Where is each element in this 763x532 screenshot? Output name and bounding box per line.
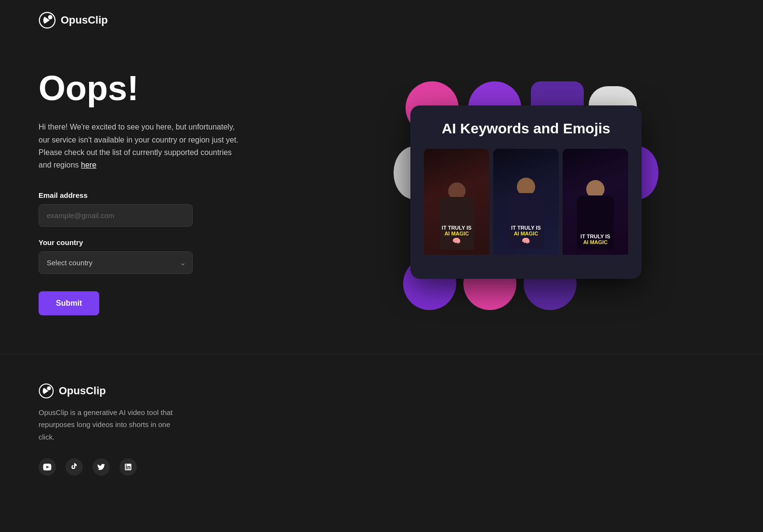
footer: OpusClip OpusClip is a generative AI vid… (0, 354, 763, 495)
feature-card-title: AI Keywords and Emojis (424, 120, 628, 137)
svg-point-3 (47, 386, 51, 390)
footer-logo-icon (39, 383, 54, 399)
email-form-group: Email address (39, 191, 289, 227)
email-label: Email address (39, 191, 289, 199)
brain-emoji-2: 🧠 (522, 237, 530, 245)
logo: OpusClip (39, 12, 108, 29)
page-title: Oops! (39, 69, 289, 107)
feature-card: AI Keywords and Emojis IT TRULY IS AI MA… (410, 105, 642, 279)
caption-2: IT TRULY IS AI MAGIC 🧠 (497, 225, 555, 245)
tiktok-link[interactable] (66, 458, 83, 476)
thumb-bg-2: IT TRULY IS AI MAGIC 🧠 (493, 149, 559, 255)
video-thumb-3: IT TRULY IS AI MAGIC (563, 149, 628, 265)
description-text: Hi there! We're excited to see you here,… (39, 121, 246, 172)
header: OpusClip (0, 0, 763, 40)
country-select-wrapper: Select country United States United King… (39, 251, 193, 274)
logo-text: OpusClip (61, 14, 108, 26)
email-input[interactable] (39, 204, 193, 227)
country-select[interactable]: Select country United States United King… (39, 251, 193, 274)
footer-logo-text: OpusClip (59, 385, 106, 397)
twitter-link[interactable] (92, 458, 110, 476)
here-link[interactable]: here (81, 161, 96, 169)
thumb-bg-1: IT TRULY IS AI MAGIC 🧠 (424, 149, 489, 255)
linkedin-icon (124, 463, 132, 471)
footer-description: OpusClip is a generative AI video tool t… (39, 406, 178, 443)
submit-button[interactable]: Submit (39, 291, 99, 315)
linkedin-link[interactable] (119, 458, 137, 476)
caption-1: IT TRULY IS AI MAGIC 🧠 (427, 225, 486, 245)
svg-point-1 (48, 15, 53, 19)
left-section: Oops! Hi there! We're excited to see you… (39, 69, 289, 315)
country-form-group: Your country Select country United State… (39, 238, 289, 274)
logo-icon (39, 12, 56, 29)
video-thumb-1: IT TRULY IS AI MAGIC 🧠 (424, 149, 489, 265)
footer-logo: OpusClip (39, 383, 724, 399)
social-links (39, 458, 724, 476)
thumb-bg-3: IT TRULY IS AI MAGIC (563, 149, 628, 255)
right-section: AI Keywords and Emojis IT TRULY IS AI MA… (328, 72, 724, 312)
twitter-icon (97, 463, 105, 471)
youtube-link[interactable] (39, 458, 56, 476)
tiktok-icon (70, 463, 78, 471)
video-grid: IT TRULY IS AI MAGIC 🧠 IT (424, 149, 628, 265)
country-label: Your country (39, 238, 289, 247)
caption-3: IT TRULY IS AI MAGIC (566, 234, 625, 245)
brain-emoji: 🧠 (452, 237, 460, 245)
video-thumb-2: IT TRULY IS AI MAGIC 🧠 (493, 149, 559, 265)
main-content: Oops! Hi there! We're excited to see you… (0, 40, 763, 344)
youtube-icon (43, 463, 52, 471)
